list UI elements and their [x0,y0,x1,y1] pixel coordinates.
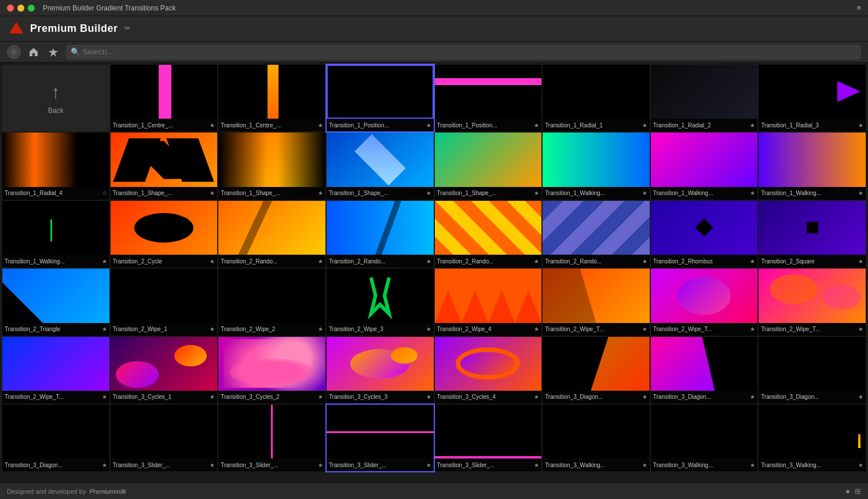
grid-item-36[interactable]: Transition_3_Cycles_4 ★ [435,337,542,403]
item-41-star[interactable]: ★ [210,462,215,468]
item-38-star[interactable]: ★ [750,394,755,400]
item-17-star[interactable]: ★ [210,258,215,265]
item-39-star[interactable]: ★ [858,394,863,400]
grid-item-23[interactable]: Transition_2_Square ★ [759,201,866,267]
grid-item-43[interactable]: Transition_3_Slider_... ★ [327,405,434,471]
grid-item-42[interactable]: Transition_3_Slider_... ★ [218,405,325,471]
item-40-star[interactable]: ★ [102,462,107,468]
grid-item-46[interactable]: Transition_3_Walking... ★ [651,405,758,471]
grid-item-22[interactable]: Transition_2_Rhombus ★ [651,201,758,267]
item-11-star[interactable]: ★ [426,190,431,196]
grid-item-1[interactable]: Transition_1_Centre_... ★ [111,65,218,131]
item-46-star[interactable]: ★ [750,462,755,468]
item-2-star[interactable]: ★ [318,122,323,129]
item-15-star[interactable]: ★ [858,190,863,196]
home-button[interactable] [27,45,41,59]
grid-item-45[interactable]: Transition_3_Walking... ★ [543,405,650,471]
grid-item-14[interactable]: Transition_1_Walking... ★ [651,133,758,199]
grid-item-13[interactable]: Transition_1_Walking... ★ [543,133,650,199]
close-button[interactable] [7,5,14,12]
item-22-star[interactable]: ★ [750,258,755,265]
grid-item-9[interactable]: Transition_1_Shape_... ★ [111,133,218,199]
item-16-star[interactable]: ★ [102,258,107,265]
item-5-star[interactable]: ★ [642,122,647,129]
grid-item-30[interactable]: Transition_2_Wipe_T... ★ [651,269,758,335]
item-12-star[interactable]: ★ [534,190,539,196]
item-14-star[interactable]: ★ [750,190,755,196]
item-35-star[interactable]: ★ [426,394,431,400]
item-42-star[interactable]: ★ [318,462,323,468]
grid-item-15[interactable]: Transition_1_Walking... ★ [759,133,866,199]
item-3-star[interactable]: ★ [426,122,431,129]
item-27-star[interactable]: ★ [426,326,431,332]
grid-item-12[interactable]: Transition_1_Shape_... ★ [435,133,542,199]
grid-item-35[interactable]: Transition_3_Cycles_3 ★ [327,337,434,403]
grid-item-17[interactable]: Transition_2_Cycle ★ [111,201,218,267]
item-20-star[interactable]: ★ [534,258,539,265]
item-45-star[interactable]: ★ [642,462,647,468]
footer-grid-icon[interactable]: ⊞ [855,487,861,496]
maximize-button[interactable] [28,5,35,12]
grid-item-33[interactable]: Transition_3_Cycles_1 ★ [111,337,218,403]
grid-item-3[interactable]: Transition_1_Position... ★ [327,65,434,131]
grid-item-16[interactable]: Transition_1_Walking... ★ [2,201,109,267]
item-34-star[interactable]: ★ [318,394,323,400]
grid-item-6[interactable]: Transition_1_Radial_2 ★ [651,65,758,131]
item-44-star[interactable]: ★ [534,462,539,468]
item-32-star[interactable]: ★ [102,394,107,400]
item-29-star[interactable]: ★ [642,326,647,332]
grid-item-2[interactable]: Transition_1_Centre_... ★ [218,65,325,131]
item-8-star[interactable]: ☆ [102,190,107,196]
item-13-star[interactable]: ★ [642,190,647,196]
favorites-button[interactable] [46,45,60,59]
item-10-star[interactable]: ★ [318,190,323,196]
item-33-star[interactable]: ★ [210,394,215,400]
grid-item-18[interactable]: Transition_2_Rando... ★ [218,201,325,267]
item-25-star[interactable]: ★ [210,326,215,332]
grid-item-5[interactable]: Transition_1_Radial_1 ★ [543,65,650,131]
grid-item-28[interactable]: Transition_2_Wipe_4 ★ [435,269,542,335]
grid-item-47[interactable]: Transition_3_Walking... ★ [759,405,866,471]
grid-item-21[interactable]: Transition_2_Rando... ★ [543,201,650,267]
item-23-star[interactable]: ★ [858,258,863,265]
grid-item-27[interactable]: Transition_2_Wipe_3 ★ [327,269,434,335]
grid-item-44[interactable]: Transition_3_Slider_... ★ [435,405,542,471]
minimize-button[interactable] [17,5,24,12]
grid-item-24[interactable]: Transition_2_Triangle ★ [2,269,109,335]
grid-item-8[interactable]: Transition_1_Radial_4 ☆ [2,133,109,199]
grid-item-19[interactable]: Transition_2_Rando... ★ [327,201,434,267]
grid-item-25[interactable]: Transition_2_Wipe_1 ★ [111,269,218,335]
item-26-star[interactable]: ★ [318,326,323,332]
grid-item-31[interactable]: Transition_2_Wipe_T... ★ [759,269,866,335]
grid-item-4[interactable]: Transition_1_Position... ★ [435,65,542,131]
grid-item-20[interactable]: Transition_2_Rando... ★ [435,201,542,267]
grid-item-26[interactable]: Transition_2_Wipe_2 ★ [218,269,325,335]
item-30-star[interactable]: ★ [750,326,755,332]
item-18-star[interactable]: ★ [318,258,323,265]
item-21-star[interactable]: ★ [642,258,647,265]
grid-item-34[interactable]: Transition_3_Cycles_2 ★ [218,337,325,403]
grid-item-10[interactable]: Transition_1_Shape_... ★ [218,133,325,199]
item-43-star[interactable]: ★ [426,462,431,468]
menu-icon[interactable]: ≡ [856,3,861,12]
grid-item-7[interactable]: Transition_1_Radial_3 ★ [759,65,866,131]
grid-item-38[interactable]: Transition_3_Diagon... ★ [651,337,758,403]
item-19-star[interactable]: ★ [426,258,431,265]
item-9-star[interactable]: ★ [210,190,215,196]
item-36-star[interactable]: ★ [534,394,539,400]
grid-item-32[interactable]: Transition_2_Wipe_T... ★ [2,337,109,403]
item-37-star[interactable]: ★ [642,394,647,400]
item-6-star[interactable]: ★ [750,122,755,129]
grid-item-40[interactable]: Transition_3_Diagon... ★ [2,405,109,471]
back-item[interactable]: ↑ Back [2,65,109,131]
grid-item-11[interactable]: Transition_1_Shape_... ★ [327,133,434,199]
item-24-star[interactable]: ★ [102,326,107,332]
grid-item-37[interactable]: Transition_3_Diagon... ★ [543,337,650,403]
item-4-star[interactable]: ★ [534,122,539,129]
grid-item-41[interactable]: Transition_3_Slider_... ★ [111,405,218,471]
item-47-star[interactable]: ★ [858,462,863,468]
grid-item-39[interactable]: Transition_3_Diagon... ★ [759,337,866,403]
item-1-star[interactable]: ★ [210,122,215,129]
item-31-star[interactable]: ★ [858,326,863,332]
item-7-star[interactable]: ★ [858,122,863,129]
